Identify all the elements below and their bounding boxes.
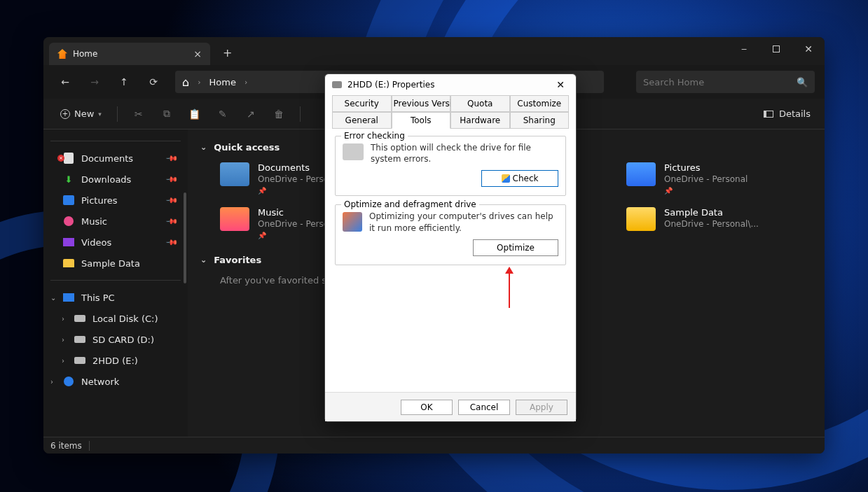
pin-icon: 📌 <box>165 235 178 248</box>
cancel-button[interactable]: Cancel <box>458 400 510 415</box>
qa-item-pictures[interactable]: ☁ Pictures OneDrive - Personal 📌 <box>626 162 808 195</box>
cut-button[interactable]: ✂ <box>126 101 151 127</box>
close-dialog-button[interactable]: ✕ <box>552 78 569 92</box>
dialog-footer: OK Cancel Apply <box>325 392 576 421</box>
search-icon[interactable]: 🔍 <box>797 77 808 87</box>
drive-icon <box>74 315 85 322</box>
drive-icon <box>332 81 342 88</box>
breadcrumb-item[interactable]: Home <box>209 77 236 87</box>
new-button[interactable]: + New ▾ <box>53 104 109 123</box>
details-button[interactable]: Details <box>759 108 815 119</box>
download-icon: ⬇ <box>63 174 74 185</box>
home-icon <box>57 49 67 59</box>
maximize-button[interactable] <box>760 37 792 61</box>
refresh-button[interactable]: ⟳ <box>142 70 165 94</box>
search-box[interactable]: 🔍 <box>636 71 815 93</box>
paste-button[interactable]: 📋 <box>182 101 207 127</box>
tab-previous-versions[interactable]: Previous Versions <box>392 95 451 112</box>
optimize-group: Optimize and defragment drive Optimizing… <box>335 204 566 265</box>
drive-icon <box>74 357 85 364</box>
minimize-button[interactable]: ─ <box>728 37 760 61</box>
drive-check-icon <box>343 143 364 160</box>
documents-folder-icon <box>220 162 249 186</box>
chevron-right-icon: › <box>198 78 200 87</box>
sidebar-item-local-disk-c[interactable]: › Local Disk (C:) <box>50 309 181 328</box>
folder-icon <box>63 259 74 267</box>
ok-button[interactable]: OK <box>401 400 453 415</box>
sidebar-item-sample-data[interactable]: Sample Data <box>50 253 181 273</box>
sidebar-item-videos[interactable]: Videos📌 <box>50 232 181 252</box>
dialog-title: 2HDD (E:) Properties <box>347 80 434 90</box>
search-input[interactable] <box>643 77 791 87</box>
pin-icon: 📌 <box>165 214 178 227</box>
check-button[interactable]: Check <box>481 170 558 187</box>
close-window-button[interactable]: ✕ <box>792 37 825 61</box>
optimize-text: Optimizing your computer's drives can he… <box>369 211 558 233</box>
sidebar-item-music[interactable]: Music📌 <box>50 211 181 231</box>
tab-customize[interactable]: Customize <box>510 95 570 112</box>
tab-tools[interactable]: Tools <box>392 112 451 129</box>
properties-dialog: 2HDD (E:) Properties ✕ Security Previous… <box>324 73 577 422</box>
chevron-right-icon[interactable]: › <box>50 378 53 386</box>
folder-icon <box>626 207 656 231</box>
new-tab-button[interactable]: + <box>217 41 237 65</box>
back-button[interactable]: ← <box>53 70 77 94</box>
chevron-down-icon: ▾ <box>98 111 102 118</box>
tab-hardware[interactable]: Hardware <box>450 112 510 129</box>
sidebar-item-downloads[interactable]: ⬇ Downloads📌 <box>50 169 181 189</box>
error-checking-group: Error checking This option will check th… <box>335 136 566 196</box>
sidebar-item-this-pc[interactable]: ⌄ This PC <box>50 288 181 307</box>
tab-sharing[interactable]: Sharing <box>510 112 570 129</box>
titlebar: Home × + ─ ✕ <box>43 37 825 65</box>
close-tab-icon[interactable]: × <box>193 49 202 59</box>
sidebar-item-2hdd-e[interactable]: › 2HDD (E:) <box>50 351 181 370</box>
up-button[interactable]: ↑ <box>112 70 136 94</box>
qa-item-sample-data[interactable]: ✔ Sample Data OneDrive - Personal\... <box>626 207 808 239</box>
error-badge-icon: × <box>57 155 64 162</box>
videos-icon <box>63 238 74 246</box>
home-icon: ⌂ <box>182 76 189 89</box>
pin-icon: 📌 <box>165 151 178 164</box>
sidebar-item-pictures[interactable]: Pictures📌 <box>50 190 181 210</box>
chevron-right-icon[interactable]: › <box>62 357 64 365</box>
pc-icon <box>63 293 74 302</box>
pin-icon: 📌 <box>165 172 178 185</box>
dialog-tabs: Security Previous Versions Quota Customi… <box>325 95 576 129</box>
pictures-folder-icon <box>626 162 656 186</box>
pin-icon: 📌 <box>165 193 178 206</box>
share-button[interactable]: ↗ <box>238 101 263 127</box>
status-item-count: 6 items <box>50 441 82 451</box>
tab-title: Home <box>73 49 97 59</box>
tab-general[interactable]: General <box>332 112 392 129</box>
plus-icon: + <box>60 109 70 119</box>
dialog-titlebar[interactable]: 2HDD (E:) Properties ✕ <box>325 74 576 95</box>
sidebar-item-network[interactable]: › Network <box>50 372 181 391</box>
sidebar-item-sd-card-d[interactable]: › SD CARD (D:) <box>50 330 181 349</box>
rename-button[interactable]: ✎ <box>210 101 235 127</box>
chevron-right-icon[interactable]: › <box>62 336 64 344</box>
tab-home[interactable]: Home × <box>49 43 210 65</box>
annotation-arrow <box>509 269 510 308</box>
network-icon <box>64 377 74 386</box>
tab-security[interactable]: Security <box>332 95 392 112</box>
sidebar-item-documents[interactable]: × Documents📌 <box>50 148 181 168</box>
pictures-icon <box>63 195 74 205</box>
music-folder-icon <box>220 207 249 231</box>
copy-button[interactable]: ⧉ <box>154 101 179 127</box>
details-icon <box>764 111 773 118</box>
optimize-legend: Optimize and defragment drive <box>341 199 479 209</box>
tab-quota[interactable]: Quota <box>450 95 510 112</box>
chevron-right-icon[interactable]: › <box>62 315 64 323</box>
forward-button[interactable]: → <box>83 70 106 94</box>
chevron-down-icon: ⌄ <box>200 255 207 265</box>
scrollbar[interactable] <box>184 192 186 283</box>
defrag-icon <box>343 212 362 232</box>
optimize-button[interactable]: Optimize <box>473 239 558 256</box>
chevron-right-icon: › <box>244 78 247 87</box>
chevron-down-icon: ⌄ <box>200 143 207 152</box>
new-label: New <box>74 108 94 119</box>
delete-button[interactable]: 🗑 <box>266 101 291 127</box>
chevron-down-icon[interactable]: ⌄ <box>50 294 56 302</box>
document-icon <box>64 153 74 164</box>
shield-icon <box>502 174 510 183</box>
